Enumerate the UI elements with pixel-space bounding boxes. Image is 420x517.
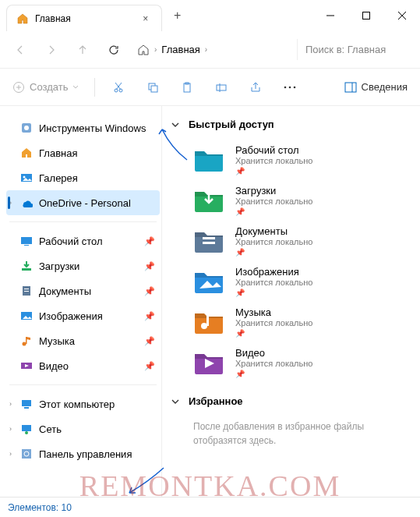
- status-bar: Элементов: 10: [0, 497, 420, 517]
- svg-rect-15: [217, 85, 226, 90]
- sidebar-item[interactable]: ›OneDrive - Personal: [6, 190, 160, 215]
- quick-access-item[interactable]: ВидеоХранится локально📌: [193, 345, 411, 380]
- sidebar-item[interactable]: Рабочий стол📌: [6, 228, 160, 253]
- svg-rect-31: [24, 291, 29, 292]
- desktop-icon: [20, 235, 33, 247]
- paste-button[interactable]: [173, 73, 201, 101]
- maximize-button[interactable]: [348, 0, 384, 31]
- sidebar-item[interactable]: Загрузки📌: [6, 253, 160, 278]
- pin-icon: 📌: [235, 167, 312, 175]
- sidebar-item[interactable]: ›Сеть: [6, 416, 160, 441]
- svg-rect-38: [22, 425, 31, 431]
- sidebar-item-label: Изображения: [39, 310, 103, 322]
- tab-title: Главная: [35, 13, 71, 24]
- breadcrumb-label[interactable]: Главная: [161, 44, 199, 55]
- close-tab-button[interactable]: ×: [139, 12, 152, 25]
- sidebar-item-label: Документы: [39, 285, 91, 297]
- folder-icon: [193, 187, 224, 214]
- separator: [94, 78, 95, 97]
- up-button[interactable]: [69, 36, 97, 64]
- svg-rect-13: [184, 83, 190, 92]
- chevron-right-icon: ›: [154, 45, 157, 54]
- sidebar-item[interactable]: ›Этот компьютер: [6, 391, 160, 416]
- share-button[interactable]: [242, 73, 270, 101]
- sidebar-item-label: Видео: [39, 360, 69, 372]
- quick-access-header[interactable]: Быстрый доступ: [171, 119, 411, 130]
- quick-access-item[interactable]: ИзображенияХранится локально📌: [193, 264, 411, 299]
- network-icon: [20, 423, 33, 435]
- svg-point-33: [23, 342, 26, 346]
- onedrive-icon: [20, 197, 33, 209]
- svg-rect-1: [363, 12, 370, 19]
- minimize-button[interactable]: [312, 0, 348, 31]
- item-location: Хранится локально: [235, 156, 312, 165]
- item-location: Хранится локально: [235, 237, 312, 246]
- chevron-down-icon: [171, 121, 179, 129]
- sidebar-item[interactable]: Документы📌: [6, 278, 160, 303]
- details-button[interactable]: Сведения: [338, 78, 414, 97]
- quick-access-list: Рабочий столХранится локально📌ЗагрузкиХр…: [193, 143, 411, 380]
- divider: [9, 384, 157, 385]
- breadcrumb[interactable]: › Главная ›: [137, 44, 207, 56]
- pin-icon: 📌: [144, 236, 155, 246]
- item-location: Хранится локально: [235, 359, 312, 368]
- sidebar-item[interactable]: ›Панель управления: [6, 441, 160, 466]
- pictures-icon: [20, 310, 33, 322]
- back-button[interactable]: [6, 36, 34, 64]
- pin-icon: 📌: [235, 329, 312, 338]
- svg-rect-28: [22, 268, 31, 271]
- refresh-button[interactable]: [100, 36, 128, 64]
- sidebar-item[interactable]: Изображения📌: [6, 303, 160, 328]
- close-window-button[interactable]: [384, 0, 420, 31]
- sidebar-item[interactable]: Инструменты Windows: [6, 115, 160, 140]
- sidebar-item[interactable]: Главная: [6, 140, 160, 165]
- search-input[interactable]: Поиск в: Главная: [297, 39, 414, 60]
- sidebar-item-label: Этот компьютер: [39, 398, 115, 410]
- window-controls: [312, 0, 420, 31]
- chevron-right-icon[interactable]: ›: [205, 45, 207, 54]
- body: Инструменты WindowsГлавнаяГалерея›OneDri…: [0, 106, 420, 497]
- sidebar-item-label: Музыка: [39, 335, 75, 347]
- pin-icon: 📌: [144, 311, 155, 321]
- create-label: Создать: [30, 81, 68, 93]
- quick-access-item[interactable]: Рабочий столХранится локально📌: [193, 143, 411, 177]
- toolbar: Создать Сведения: [0, 69, 420, 106]
- quick-access-item[interactable]: МузыкаХранится локально📌: [193, 305, 411, 339]
- create-button[interactable]: Создать: [6, 78, 85, 97]
- copy-button[interactable]: [139, 73, 167, 101]
- new-tab-button[interactable]: +: [165, 3, 190, 28]
- more-button[interactable]: [276, 73, 304, 101]
- chevron-down-icon: [171, 398, 179, 405]
- chevron-down-icon: [72, 84, 79, 90]
- video-icon: [20, 359, 33, 372]
- sidebar-item-label: Главная: [39, 147, 77, 159]
- sidebar-item[interactable]: Видео📌: [6, 353, 160, 378]
- cut-button[interactable]: [104, 73, 132, 101]
- svg-point-39: [25, 431, 28, 434]
- favorites-empty-text: После добавления в избранное файлы отобр…: [193, 420, 411, 448]
- favorites-header[interactable]: Избранное: [171, 395, 411, 407]
- forward-button[interactable]: [37, 36, 65, 64]
- divider: [9, 221, 157, 222]
- item-name: Загрузки: [235, 185, 312, 197]
- chevron-right-icon: ›: [9, 450, 12, 458]
- music-icon: [20, 335, 33, 347]
- plus-circle-icon: [12, 81, 25, 94]
- sidebar-item[interactable]: Галерея: [6, 165, 160, 190]
- quick-access-item[interactable]: ЗагрузкиХранится локально📌: [193, 183, 411, 218]
- sidebar-item-label: Сеть: [39, 423, 62, 435]
- quick-access-item[interactable]: ДокументыХранится локально📌: [193, 224, 411, 258]
- details-label: Сведения: [362, 81, 408, 93]
- rename-button[interactable]: [207, 73, 235, 101]
- svg-rect-40: [22, 449, 31, 459]
- sidebar-item[interactable]: Музыка📌: [6, 328, 160, 353]
- home-icon: [137, 44, 150, 56]
- sidebar-item-label: Загрузки: [39, 260, 79, 272]
- svg-point-23: [24, 126, 29, 130]
- svg-point-19: [294, 86, 296, 88]
- svg-rect-20: [345, 83, 356, 92]
- item-count: Элементов: 10: [8, 502, 72, 513]
- active-tab[interactable]: Главная ×: [6, 5, 162, 31]
- svg-rect-43: [203, 242, 215, 244]
- main-panel: Быстрый доступ Рабочий столХранится лока…: [162, 106, 420, 497]
